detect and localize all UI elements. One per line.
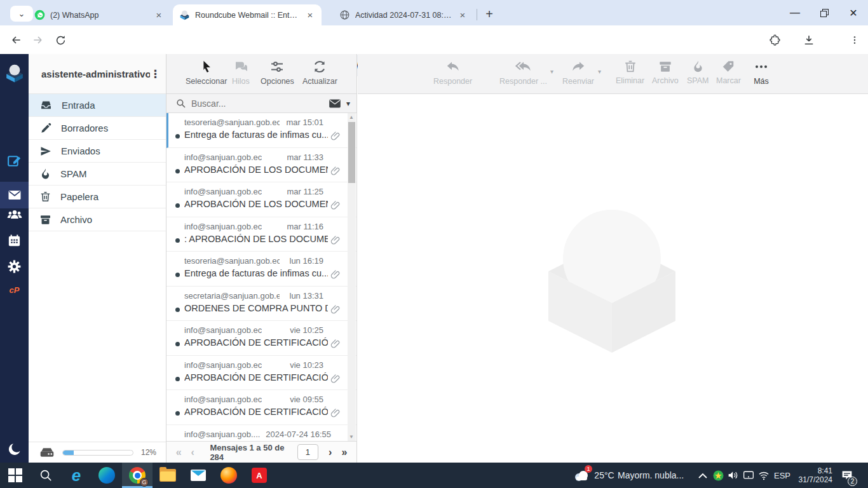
weather-widget[interactable]: 1 xyxy=(571,463,592,488)
search-input[interactable]: Buscar... xyxy=(191,98,323,109)
reply-all-button[interactable]: Responder ... xyxy=(499,59,547,86)
tray-display-icon[interactable] xyxy=(741,463,756,488)
tray-wifi-icon[interactable] xyxy=(756,463,771,488)
search-bar[interactable]: Buscar... ▾ xyxy=(166,94,356,113)
first-page-button[interactable]: « xyxy=(172,447,186,458)
message-row[interactable]: info@sanjuan.gob.ec vie 10:23 APROBACIÓN… xyxy=(166,356,356,391)
attachment-icon xyxy=(330,235,341,246)
message-row[interactable]: info@sanjuan.gob.ec vie 09:55 APROBACIÓN… xyxy=(166,390,356,425)
browser-menu-button[interactable] xyxy=(846,32,863,48)
reload-button[interactable] xyxy=(52,32,69,48)
message-row[interactable]: info@sanjuan.gob.... 2024-07-24 16:55 xyxy=(166,425,356,442)
folder-label: Enviados xyxy=(61,146,100,156)
folder-entrada[interactable]: Entrada xyxy=(29,94,166,117)
message-row[interactable]: info@sanjuan.gob.ec mar 11:25 APROBACIÓN… xyxy=(166,182,356,217)
folder-archivo[interactable]: Archivo xyxy=(29,208,166,231)
minimize-button[interactable]: — xyxy=(780,0,810,25)
more-button[interactable]: Más xyxy=(754,59,769,86)
calendar-button[interactable] xyxy=(0,227,29,254)
kebab-icon xyxy=(850,35,860,45)
tab-roundcube[interactable]: Roundcube Webmail :: Entrada × xyxy=(173,4,322,25)
dark-mode-button[interactable] xyxy=(0,436,29,463)
close-window-button[interactable]: ✕ xyxy=(839,0,868,25)
unread-dot xyxy=(175,203,180,208)
mark-button[interactable]: Marcar xyxy=(716,59,741,85)
language-indicator[interactable]: ESP xyxy=(771,463,793,488)
message-row[interactable]: info@sanjuan.gob.ec mar 11:16 : APROBACI… xyxy=(166,217,356,252)
tray-volume-icon[interactable] xyxy=(726,463,741,488)
spam-button[interactable]: SPAM xyxy=(687,59,709,85)
scroll-up-icon[interactable]: ▲ xyxy=(349,114,354,120)
forward-button[interactable] xyxy=(30,32,46,48)
close-icon[interactable]: × xyxy=(458,10,468,20)
new-tab-button[interactable]: + xyxy=(480,5,498,23)
unread-dot xyxy=(175,238,180,243)
message-row[interactable]: info@sanjuan.gob.ec vie 10:25 APROBACIÓN… xyxy=(166,321,356,356)
message-rows: tesoreria@sanjuan.gob.ec mar 15:01 Entre… xyxy=(166,113,356,441)
forward-caret[interactable]: ▾ xyxy=(598,68,601,75)
message-row[interactable]: tesoreria@sanjuan.gob.ec mar 15:01 Entre… xyxy=(166,113,356,148)
reply-all-caret[interactable]: ▾ xyxy=(550,68,553,75)
delete-button[interactable]: Eliminar xyxy=(616,59,644,85)
options-button[interactable]: Opciones xyxy=(261,59,294,86)
taskbar-ie-button[interactable]: e xyxy=(61,463,92,488)
taskbar-edge-button[interactable] xyxy=(92,463,122,488)
last-page-button[interactable]: » xyxy=(337,447,351,458)
search-scope-mail-icon[interactable] xyxy=(329,98,341,109)
storage-bar xyxy=(62,450,133,456)
refresh-button[interactable]: Actualizar xyxy=(302,59,337,86)
close-icon[interactable]: × xyxy=(305,10,315,20)
message-subject: ORDENES DE COMPRA PUNTO DI... xyxy=(184,303,328,313)
cpanel-link[interactable]: cP xyxy=(0,276,29,303)
tray-expand-button[interactable] xyxy=(695,463,710,488)
taskbar-clock[interactable]: 8:41 31/7/2024 xyxy=(793,463,832,488)
taskbar-chrome-button[interactable]: G xyxy=(122,463,153,488)
scrollbar-thumb[interactable] xyxy=(348,122,355,183)
message-row[interactable]: secretaria@sanjuan.gob.ec lun 13:31 ORDE… xyxy=(166,287,356,322)
archive-icon xyxy=(39,214,51,226)
tab-actividad[interactable]: Actividad 2024-07-31 08:00:00 × xyxy=(333,4,474,25)
prev-page-button[interactable]: ‹ xyxy=(186,447,200,458)
folder-enviados[interactable]: Enviados xyxy=(29,140,166,163)
notification-center-button[interactable]: 2 xyxy=(836,463,858,488)
weather-temp[interactable]: 25°C xyxy=(591,463,618,488)
folder-borradores[interactable]: Borradores xyxy=(29,117,166,140)
folder-papelera[interactable]: Papelera xyxy=(29,186,166,208)
internet-explorer-icon: e xyxy=(72,467,81,484)
folder-spam[interactable]: SPAM xyxy=(29,163,166,186)
close-icon[interactable]: × xyxy=(154,10,164,20)
extensions-button[interactable] xyxy=(766,32,783,48)
list-scrollbar[interactable]: ▲ ▼ xyxy=(348,113,356,441)
page-number-input[interactable]: 1 xyxy=(297,444,318,460)
next-page-button[interactable]: › xyxy=(323,447,337,458)
archive-button[interactable]: Archivo xyxy=(652,59,679,85)
message-row[interactable]: tesoreria@sanjuan.gob.ec lun 16:19 Entre… xyxy=(166,252,356,287)
message-row[interactable]: info@sanjuan.gob.ec mar 11:33 APROBACIÓN… xyxy=(166,148,356,183)
tray-antivirus-icon[interactable] xyxy=(710,463,726,488)
taskbar-search-button[interactable] xyxy=(31,463,61,488)
downloads-button[interactable] xyxy=(801,32,817,48)
taskbar-mail-button[interactable] xyxy=(183,463,214,488)
threads-button[interactable]: Hilos xyxy=(232,59,250,86)
reply-button[interactable]: Responder xyxy=(433,59,472,86)
start-button[interactable] xyxy=(0,463,31,488)
search-options-chevron[interactable]: ▾ xyxy=(346,99,350,108)
tab-whatsapp[interactable]: (2) WhatsApp × xyxy=(28,4,170,25)
select-button[interactable]: Seleccionar xyxy=(186,59,227,86)
contacts-button[interactable] xyxy=(0,201,29,227)
restore-button[interactable] xyxy=(810,0,839,25)
compose-button[interactable] xyxy=(0,147,29,174)
settings-button[interactable] xyxy=(0,253,29,280)
back-button[interactable] xyxy=(8,32,24,48)
scroll-down-icon[interactable]: ▼ xyxy=(349,434,354,440)
moon-icon xyxy=(7,442,22,457)
forward-button[interactable]: Reenviar xyxy=(562,59,594,86)
folder-menu-button[interactable]: ⋮ xyxy=(150,67,161,81)
message-sender: info@sanjuan.gob.ec xyxy=(184,222,262,231)
taskbar-explorer-button[interactable] xyxy=(153,463,183,488)
taskbar-acrobat-button[interactable]: A xyxy=(244,463,275,488)
reload-icon xyxy=(55,34,67,46)
taskbar-firefox-button[interactable] xyxy=(214,463,244,488)
message-date: vie 10:23 xyxy=(290,360,323,370)
weather-desc[interactable]: Mayorm. nubla... xyxy=(618,463,695,488)
